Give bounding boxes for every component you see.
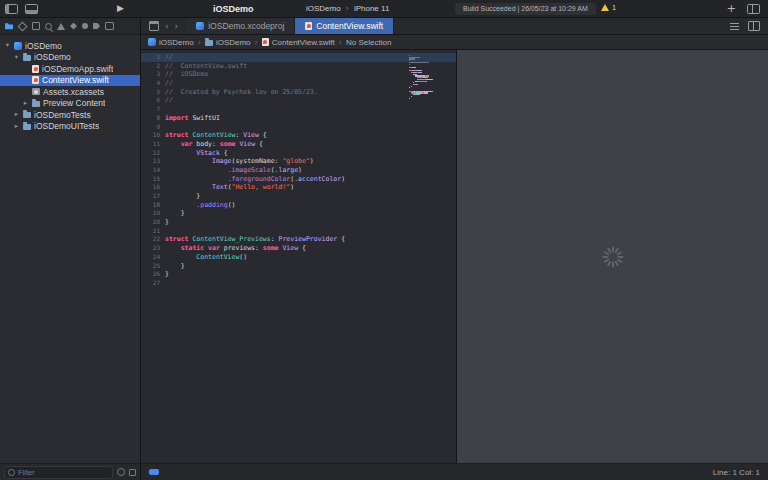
tab-label: iOSDemo.xcodeproj xyxy=(208,21,284,31)
add-editor-icon[interactable] xyxy=(748,21,760,31)
code-line[interactable]: 15 .foregroundColor(.accentColor) xyxy=(141,175,456,184)
sidebar-item-iosdemotests[interactable]: ▸iOSDemoTests xyxy=(0,109,140,121)
scheme-selector[interactable]: iOSDemo › iPhone 11 xyxy=(306,4,389,13)
breadcrumb-item-iosdemo[interactable]: iOSDemo xyxy=(205,38,251,47)
sidebar-item-label: iOSDemoApp.swift xyxy=(42,64,113,74)
code-line[interactable]: 22struct ContentView_Previews: PreviewPr… xyxy=(141,235,456,244)
code-line[interactable]: 12 VStack { xyxy=(141,149,456,158)
code-line[interactable]: 18 .padding() xyxy=(141,201,456,210)
code-line[interactable]: 20} xyxy=(141,218,456,227)
disclosure-icon[interactable]: ▸ xyxy=(22,100,29,107)
minimap[interactable] xyxy=(409,55,443,101)
breadcrumb-label: ContentView.swift xyxy=(272,38,335,47)
chevron-icon: › xyxy=(198,38,201,47)
breadcrumb-item-iosdemo[interactable]: iOSDemo xyxy=(148,38,194,47)
code-line[interactable]: 10struct ContentView: View { xyxy=(141,131,456,140)
tab-iosdemo-xcodeproj[interactable]: iOSDemo.xcodeproj xyxy=(186,18,295,34)
line-text: Image(systemName: "globe") xyxy=(165,157,314,166)
editor-indicator-icon[interactable] xyxy=(149,469,159,475)
code-line[interactable]: 11 var body: some View { xyxy=(141,140,456,149)
code-line[interactable]: 24 ContentView() xyxy=(141,253,456,262)
xcodeproj-icon xyxy=(196,22,204,30)
line-number: 4 xyxy=(141,79,165,88)
filter-input[interactable]: Filter xyxy=(4,466,113,479)
line-number: 19 xyxy=(141,209,165,218)
code-editor[interactable]: 1//2// ContentView.swift3// iOSDemo4//5/… xyxy=(141,50,457,463)
line-number: 12 xyxy=(141,149,165,158)
swift-icon xyxy=(305,22,312,30)
line-text: } xyxy=(165,209,185,218)
breadcrumb-item-contentview-swift[interactable]: ContentView.swift xyxy=(262,38,335,47)
related-items-icon[interactable] xyxy=(149,21,159,31)
line-number: 17 xyxy=(141,192,165,201)
line-text: .foregroundColor(.accentColor) xyxy=(165,175,345,184)
disclosure-icon[interactable]: ▾ xyxy=(13,54,20,61)
cursor-position: Line: 1 Col: 1 xyxy=(713,468,760,477)
code-line[interactable]: 26} xyxy=(141,270,456,279)
code-line[interactable]: 27 xyxy=(141,279,456,288)
tab-label: ContentView.swift xyxy=(316,21,383,31)
warning-indicator[interactable]: 1 xyxy=(601,3,616,12)
sidebar-item-iosdemoapp-swift[interactable]: iOSDemoApp.swift xyxy=(0,63,140,75)
issues-icon[interactable] xyxy=(57,23,65,30)
source-control-icon[interactable] xyxy=(18,21,28,31)
debug-icon[interactable] xyxy=(82,23,88,29)
sidebar-item-contentview-swift[interactable]: ContentView.swift xyxy=(0,75,140,87)
adjust-editor-options-icon[interactable] xyxy=(730,23,739,30)
recents-filter-icon[interactable] xyxy=(117,468,125,476)
code-line[interactable]: 16 Text("Hello, world!") xyxy=(141,183,456,192)
source-control-filter-icon[interactable] xyxy=(129,469,136,476)
line-text: // xyxy=(165,79,173,88)
activity-view[interactable]: Build Succeeded | 26/05/23 at 10:29 AM xyxy=(455,3,596,15)
library-add-icon[interactable]: + xyxy=(727,3,736,14)
line-number: 18 xyxy=(141,201,165,210)
swift-icon xyxy=(262,38,269,46)
go-forward-icon[interactable]: › xyxy=(175,22,179,31)
code-line[interactable]: 19 } xyxy=(141,209,456,218)
code-line[interactable]: 14 .imageScale(.large) xyxy=(141,166,456,175)
run-button[interactable]: ▶ xyxy=(117,3,124,14)
sidebar-item-iosdemo[interactable]: ▾iOSDemo xyxy=(0,40,140,52)
line-text: } xyxy=(165,192,200,201)
symbols-icon[interactable] xyxy=(32,22,40,30)
warning-icon xyxy=(601,4,609,11)
app-icon xyxy=(14,42,22,50)
editor-layout-icon[interactable] xyxy=(747,4,760,14)
editor-column: ‹ › iOSDemo.xcodeprojContentView.swift i… xyxy=(141,18,768,480)
sidebar-item-label: iOSDemoTests xyxy=(34,110,91,120)
sidebar-item-assets-xcassets[interactable]: Assets.xcassets xyxy=(0,86,140,98)
go-back-icon[interactable]: ‹ xyxy=(165,22,169,31)
line-text: var body: some View { xyxy=(165,140,263,149)
code-line[interactable]: 8import SwiftUI xyxy=(141,114,456,123)
toggle-navigator-icon[interactable] xyxy=(5,4,18,14)
tab-contentview-swift[interactable]: ContentView.swift xyxy=(295,18,394,34)
search-icon[interactable] xyxy=(45,23,52,30)
line-text: // Created by Psychek lov on 25/05/23. xyxy=(165,88,318,97)
assets-icon xyxy=(32,88,40,95)
navigator-sidebar: ▾iOSDemo▾iOSDemoiOSDemoApp.swiftContentV… xyxy=(0,18,141,480)
sidebar-item-iosdemo[interactable]: ▾iOSDemo xyxy=(0,52,140,64)
sidebar-item-iosdemouitests[interactable]: ▸iOSDemoUITests xyxy=(0,121,140,133)
tests-icon[interactable] xyxy=(70,23,77,30)
code-line[interactable]: 25 } xyxy=(141,262,456,271)
reports-icon[interactable] xyxy=(105,22,114,30)
toggle-debug-area-icon[interactable] xyxy=(25,4,38,14)
code-line[interactable]: 9 xyxy=(141,123,456,132)
breadcrumb-item-no-selection[interactable]: No Selection xyxy=(346,38,391,47)
chevron-icon: › xyxy=(346,4,349,13)
breakpoints-icon[interactable] xyxy=(93,23,100,29)
sidebar-item-preview-content[interactable]: ▸Preview Content xyxy=(0,98,140,110)
code-line[interactable]: 23 static var previews: some View { xyxy=(141,244,456,253)
code-line[interactable]: 21 xyxy=(141,227,456,236)
line-number: 3 xyxy=(141,70,165,79)
code-line[interactable]: 17 } xyxy=(141,192,456,201)
disclosure-icon[interactable]: ▸ xyxy=(13,111,20,118)
line-text: // iOSDemo xyxy=(165,70,208,79)
disclosure-icon[interactable]: ▸ xyxy=(13,123,20,130)
line-number: 25 xyxy=(141,262,165,271)
project-navigator-icon[interactable] xyxy=(5,22,13,30)
disclosure-icon[interactable]: ▾ xyxy=(4,42,11,49)
line-text: } xyxy=(165,218,169,227)
code-line[interactable]: 13 Image(systemName: "globe") xyxy=(141,157,456,166)
code-line[interactable]: 7 xyxy=(141,105,456,114)
